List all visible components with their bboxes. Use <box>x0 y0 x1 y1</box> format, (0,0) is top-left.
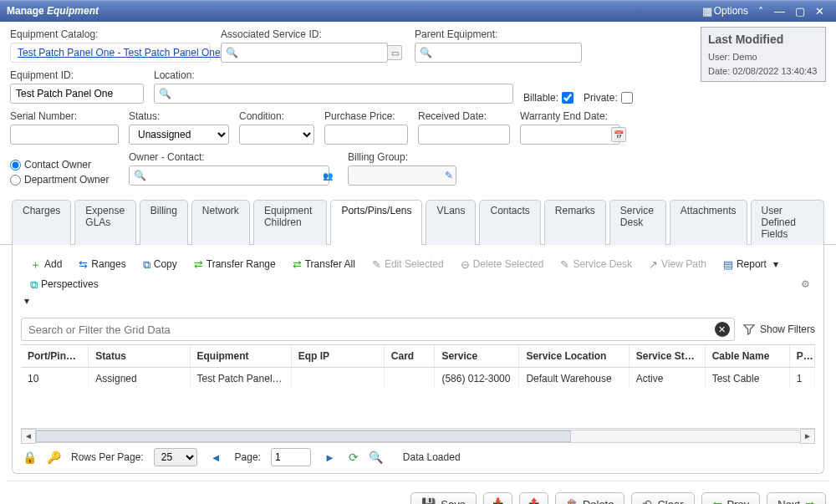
warranty-end-field[interactable] <box>520 125 620 145</box>
lock-icon[interactable]: 🔒 <box>23 451 37 464</box>
perspectives-button[interactable]: ⧉Perspectives <box>23 275 106 293</box>
key-icon[interactable]: 🔑 <box>47 451 61 464</box>
calendar-icon[interactable]: 📅 <box>611 127 626 142</box>
associated-service-id-field[interactable] <box>221 43 388 63</box>
grid-col-2[interactable]: Equipment <box>190 345 291 368</box>
transfer-range-button[interactable]: ⇄Transfer Range <box>186 255 283 273</box>
grid-col-8[interactable]: Cable Name <box>705 345 789 368</box>
grid-col-4[interactable]: Card <box>384 345 435 368</box>
save-plus-icon: 📥 <box>491 497 505 504</box>
last-modified-date: Date: 02/08/2022 13:40:43 <box>708 64 818 79</box>
view-path-button[interactable]: ↗View Path <box>641 255 714 273</box>
equipment-id-field[interactable] <box>10 84 144 104</box>
toolbar-more-button[interactable]: ▾ <box>23 295 813 307</box>
rows-per-page-select[interactable]: 25 <box>154 448 197 466</box>
pager-prev-button[interactable]: ◄ <box>207 451 225 464</box>
delete-selected-button[interactable]: ⊖Delete Selected <box>453 255 552 273</box>
save-plus-button[interactable]: 📥 <box>483 492 512 504</box>
tab-equipment-children[interactable]: Equipment Children <box>253 200 328 245</box>
refresh-icon[interactable]: ⟳ <box>349 451 359 464</box>
status-select[interactable]: Unassigned <box>129 125 229 145</box>
grid-horizontal-scrollbar[interactable]: ◄ ► <box>21 428 815 443</box>
scroll-left-button[interactable]: ◄ <box>21 429 36 444</box>
grid-search-input[interactable] <box>21 318 735 341</box>
ports-grid: Port/Pin…▲▼StatusEquipmentEqp IPCardServ… <box>21 344 815 443</box>
received-date-field[interactable] <box>418 125 510 145</box>
owner-contact-field[interactable] <box>129 165 329 186</box>
minimize-button[interactable]: — <box>769 6 790 17</box>
grid-col-3[interactable]: Eqp IP <box>291 345 384 368</box>
tab-service-desk[interactable]: Service Desk <box>609 200 666 245</box>
add-button[interactable]: ＋Add <box>23 255 69 273</box>
options-button[interactable]: ▦ Options <box>697 5 753 17</box>
prev-button[interactable]: ⬅Prev <box>701 492 761 504</box>
tab-panel-ports-pins-lens: ＋Add ⇆Ranges ⧉Copy ⇄Transfer Range ⇄Tran… <box>12 245 824 474</box>
billable-wrap: Billable: <box>523 92 573 104</box>
close-button[interactable]: ✕ <box>810 6 829 17</box>
pager-status: Data Loaded <box>403 451 461 463</box>
ranges-button[interactable]: ⇆Ranges <box>71 255 133 273</box>
tab-expense-glas[interactable]: Expense GLAs <box>74 200 135 245</box>
grid-col-1[interactable]: Status <box>89 345 190 368</box>
private-checkbox[interactable] <box>621 92 633 104</box>
grid-col-5[interactable]: Service <box>435 345 519 368</box>
tab-vlans[interactable]: VLans <box>426 200 476 245</box>
gear-icon[interactable]: ⚙ <box>798 275 813 293</box>
scroll-thumb[interactable] <box>36 430 571 442</box>
tab-attachments[interactable]: Attachments <box>670 200 747 245</box>
billable-checkbox[interactable] <box>562 92 573 104</box>
grid-empty-area <box>21 389 815 428</box>
magnifier-icon[interactable]: 🔍 <box>369 451 383 464</box>
purchase-price-field[interactable] <box>324 125 408 145</box>
associated-service-id-picker-button[interactable]: ▭ <box>387 45 402 60</box>
tab-remarks[interactable]: Remarks <box>544 200 606 245</box>
copy-button[interactable]: ⧉Copy <box>135 255 185 273</box>
table-cell <box>291 368 384 390</box>
tab-user-defined-fields[interactable]: User Defined Fields <box>751 200 825 245</box>
tab-billing[interactable]: Billing <box>140 200 188 245</box>
collapse-button[interactable]: ˄ <box>753 6 769 17</box>
edit-selected-button[interactable]: ✎Edit Selected <box>364 255 451 273</box>
tab-contacts[interactable]: Contacts <box>479 200 540 245</box>
delete-button[interactable]: 🗑Delete <box>555 492 625 504</box>
save-button[interactable]: 💾Save <box>410 492 477 504</box>
equipment-catalog-link[interactable]: Test Patch Panel One - Test Patch Panel … <box>18 47 221 59</box>
maximize-button[interactable]: ▢ <box>790 6 810 17</box>
page-number-field[interactable] <box>271 448 311 466</box>
grid-col-6[interactable]: Service Location <box>519 345 629 368</box>
grid-col-9[interactable]: P… <box>789 345 814 368</box>
ranges-icon: ⇆ <box>79 259 88 270</box>
tab-network[interactable]: Network <box>191 200 250 245</box>
grid-col-7[interactable]: Service Stat… <box>629 345 705 368</box>
table-cell <box>384 368 435 390</box>
show-filters-button[interactable]: Show Filters <box>743 323 815 335</box>
owner-contact-action-icon[interactable]: 👥 <box>320 168 335 183</box>
department-owner-radio-wrap[interactable]: Department Owner <box>10 174 119 186</box>
next-button[interactable]: Next➡ <box>767 492 826 504</box>
transfer-all-button[interactable]: ⇄Transfer All <box>285 255 363 273</box>
department-owner-radio[interactable] <box>10 175 21 186</box>
owner-type-group: Contact Owner Department Owner <box>10 159 119 186</box>
condition-select[interactable] <box>239 125 314 145</box>
pager-next-button[interactable]: ► <box>321 451 339 464</box>
save-close-button[interactable]: 📤 <box>519 492 548 504</box>
clear-button[interactable]: ⟲Clear <box>631 492 694 504</box>
table-row[interactable]: 10AssignedTest Patch Panel O…(586) 012-3… <box>21 368 815 390</box>
tab-charges[interactable]: Charges <box>12 200 71 245</box>
service-desk-button[interactable]: ✎Service Desk <box>553 255 640 273</box>
grid-search-clear-button[interactable]: ✕ <box>715 322 730 337</box>
report-button[interactable]: ▤Report▾ <box>716 255 786 273</box>
chevron-up-icon: ˄ <box>758 6 764 17</box>
scroll-right-button[interactable]: ► <box>800 429 815 444</box>
serial-number-field[interactable] <box>10 125 119 145</box>
billing-group-field[interactable] <box>348 165 456 186</box>
scroll-track[interactable] <box>36 430 800 443</box>
contact-owner-radio[interactable] <box>10 160 21 171</box>
tab-ports-pins-lens[interactable]: Ports/Pins/Lens <box>330 200 422 245</box>
location-field[interactable] <box>154 84 513 104</box>
grid-col-0[interactable]: Port/Pin…▲▼ <box>21 345 89 368</box>
contact-owner-radio-wrap[interactable]: Contact Owner <box>10 159 119 171</box>
table-cell: Assigned <box>89 368 190 390</box>
pencil-icon[interactable]: ✎ <box>445 170 453 181</box>
parent-equipment-field[interactable] <box>415 43 582 63</box>
